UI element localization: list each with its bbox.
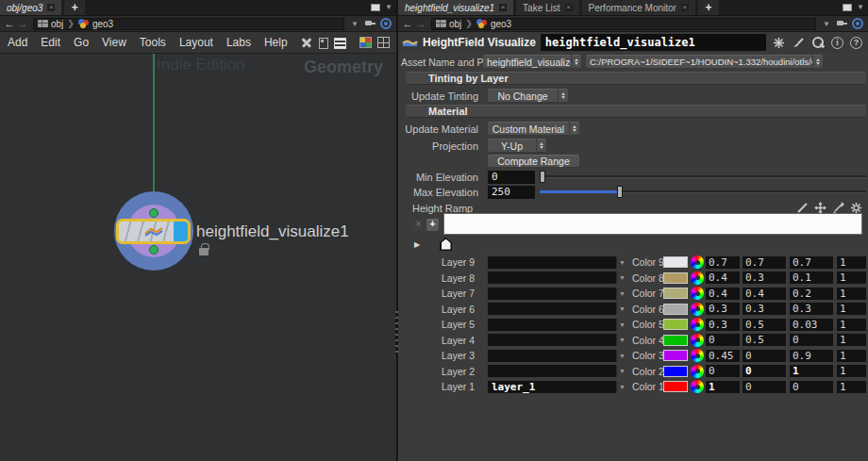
layer-name-field[interactable] [488, 272, 616, 284]
pane-maximize-icon[interactable] [843, 4, 852, 11]
forward-arrow-icon[interactable]: → [414, 19, 427, 29]
layer-name-field[interactable] [488, 365, 616, 377]
update-material-dropdown[interactable]: Custom Material [488, 122, 579, 136]
update-tinting-dropdown[interactable]: No Change [488, 89, 568, 103]
color-swatch[interactable] [663, 350, 688, 361]
gear-icon[interactable] [773, 37, 785, 49]
color-b-field[interactable]: 0.2 [790, 288, 833, 300]
spinner-icon[interactable] [536, 139, 546, 153]
color-r-field[interactable]: 0.3 [706, 303, 740, 315]
network-canvas[interactable]: Indie Edition Geometry heightfield_visua… [0, 53, 396, 461]
layer-dropdown-caret-icon[interactable]: ▼ [616, 334, 627, 346]
color-b-field[interactable]: 1 [790, 365, 833, 377]
color-g-field[interactable]: 0.3 [743, 272, 786, 284]
building-icon[interactable] [319, 38, 328, 49]
breadcrumb-obj[interactable]: obj [436, 19, 461, 29]
pane-maximize-icon[interactable] [371, 4, 380, 11]
layer-dropdown-caret-icon[interactable]: ▼ [616, 350, 627, 362]
color-swatch[interactable] [663, 304, 688, 315]
color-b-field[interactable]: 0.1 [790, 272, 833, 284]
node-heightfield-visualize1[interactable] [116, 219, 191, 244]
layer-dropdown-caret-icon[interactable]: ▼ [616, 365, 627, 377]
menu-edit[interactable]: Edit [34, 36, 67, 49]
tab-close-icon[interactable]: × [47, 4, 55, 11]
new-tab-button[interactable]: + [698, 0, 719, 15]
search-icon[interactable] [811, 36, 825, 49]
pane-menu-caret-icon[interactable]: ▼ [857, 4, 864, 11]
list-icon[interactable] [334, 38, 346, 49]
section-material[interactable]: Material [406, 105, 866, 118]
tab-take-list[interactable]: Take List× [516, 0, 578, 15]
color-r-field[interactable]: 0.4 [706, 288, 740, 300]
color-r-field[interactable]: 0.3 [706, 319, 740, 331]
asset-name-dropdown[interactable]: heightfield_visualize [483, 55, 581, 69]
max-elevation-field[interactable]: 250 [488, 186, 535, 199]
layer-name-field[interactable] [488, 350, 616, 362]
color-r-field[interactable]: 0.45 [706, 350, 740, 362]
projection-dropdown[interactable]: Y-Up [488, 139, 546, 153]
breadcrumb-geo3[interactable]: geo3 [78, 19, 113, 29]
breadcrumb-obj[interactable]: obj [38, 19, 63, 29]
color-b-field[interactable]: 0 [790, 381, 833, 393]
layer-dropdown-caret-icon[interactable]: ▼ [616, 288, 627, 300]
menu-layout[interactable]: Layout [173, 36, 220, 49]
follow-target-icon[interactable] [380, 18, 392, 29]
layer-dropdown-caret-icon[interactable]: ▼ [616, 256, 627, 269]
node-output-connector[interactable] [149, 245, 159, 255]
color-a-field[interactable]: 1 [837, 272, 866, 284]
menu-add[interactable]: Add [1, 36, 34, 49]
color-swatch[interactable] [663, 335, 688, 346]
info-icon[interactable]: i [831, 37, 843, 49]
back-arrow-icon[interactable]: ← [3, 19, 16, 29]
layer-dropdown-caret-icon[interactable]: ▼ [616, 303, 627, 315]
color-g-field[interactable]: 0.7 [743, 256, 786, 269]
color-wheel-icon[interactable] [691, 287, 704, 300]
max-elevation-slider[interactable] [540, 186, 866, 198]
color-b-field[interactable]: 0.7 [790, 256, 833, 269]
color-wheel-icon[interactable] [691, 255, 704, 269]
grid-icon[interactable] [377, 37, 390, 48]
ramp-point-marker[interactable] [440, 238, 452, 251]
follow-target-icon[interactable] [852, 18, 863, 29]
slider-handle[interactable] [540, 171, 545, 183]
color-b-field[interactable]: 0.03 [790, 319, 833, 331]
tab-close-icon[interactable]: × [499, 4, 507, 11]
spinner-icon[interactable] [571, 55, 581, 69]
color-a-field[interactable]: 1 [837, 334, 866, 346]
color-wheel-icon[interactable] [691, 272, 704, 285]
tab-performance-monitor[interactable]: Performance Monitor× [582, 0, 695, 15]
layer-dropdown-caret-icon[interactable]: ▼ [616, 272, 627, 284]
color-a-field[interactable]: 1 [837, 365, 866, 377]
path-dropdown-caret-icon[interactable]: ▼ [823, 20, 830, 28]
section-tinting-by-layer[interactable]: Tinting by Layer [406, 72, 866, 85]
color-a-field[interactable]: 1 [837, 381, 866, 393]
menu-help[interactable]: Help [258, 36, 294, 49]
layer-name-field[interactable] [488, 303, 616, 315]
min-elevation-field[interactable]: 0 [488, 171, 535, 184]
menu-tools[interactable]: Tools [133, 36, 173, 49]
color-b-field[interactable]: 0 [790, 334, 833, 346]
menu-view[interactable]: View [95, 36, 133, 49]
color-g-field[interactable]: 0.5 [743, 334, 786, 346]
min-elevation-slider[interactable] [540, 171, 866, 183]
color-swatch[interactable] [663, 256, 688, 268]
color-r-field[interactable]: 0 [706, 365, 740, 377]
forward-arrow-icon[interactable]: → [16, 19, 29, 29]
color-r-field[interactable]: 0.7 [706, 256, 740, 269]
pin-icon[interactable] [364, 19, 376, 28]
color-swatch[interactable] [663, 381, 688, 392]
breadcrumb-geo3[interactable]: geo3 [476, 19, 511, 29]
layer-dropdown-caret-icon[interactable]: ▼ [616, 381, 627, 393]
breadcrumb[interactable]: obj ❯ geo3 [33, 18, 344, 30]
help-icon[interactable]: ? [850, 37, 862, 49]
slider-handle[interactable] [617, 186, 623, 198]
palette-icon[interactable] [359, 37, 372, 48]
spinner-icon[interactable] [558, 89, 568, 103]
tab-heightfield-visualize1[interactable]: heightfield_visualize1× [398, 0, 513, 15]
color-wheel-icon[interactable] [691, 349, 704, 362]
color-g-field[interactable]: 0.4 [743, 288, 786, 300]
node-name-field[interactable]: heightfield_visualize1 [541, 34, 766, 51]
color-g-field[interactable]: 0 [743, 381, 786, 393]
layer-name-field[interactable] [488, 288, 616, 300]
spinner-icon[interactable] [569, 122, 579, 136]
